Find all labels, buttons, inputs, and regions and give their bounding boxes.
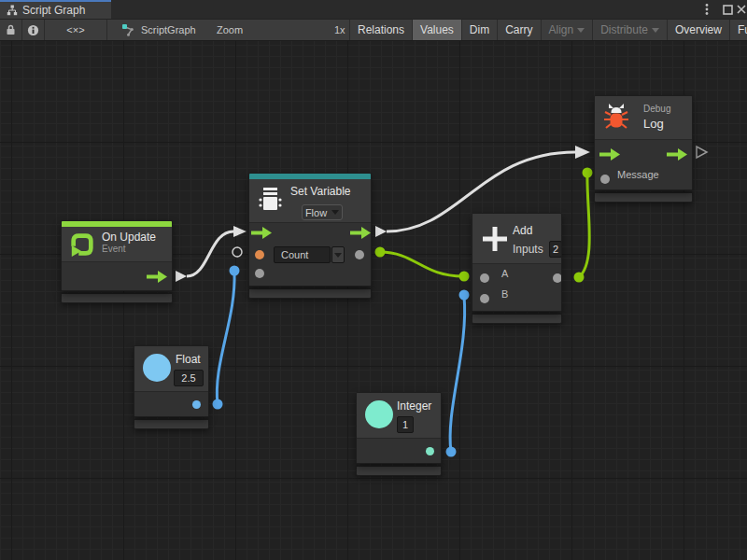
node-footer[interactable]: [472, 314, 562, 324]
flow-input-port[interactable]: [251, 227, 272, 239]
flow-output-port[interactable]: [350, 227, 371, 239]
input-a-label: A: [501, 268, 508, 279]
overview-button[interactable]: Overview: [667, 20, 729, 40]
node-add[interactable]: Add Inputs 2 A B: [472, 213, 562, 324]
align-dropdown-button[interactable]: Align: [541, 20, 593, 40]
flow-input-port[interactable]: [599, 148, 620, 161]
tab-script-graph[interactable]: Script Graph: [0, 0, 111, 19]
zoom-value: 1x: [334, 20, 345, 40]
zoom-label: Zoom: [217, 20, 243, 40]
on-update-loop-icon: [69, 231, 95, 258]
value-endpoint: [574, 273, 585, 283]
node-title: Float: [176, 353, 201, 366]
node-footer[interactable]: [61, 293, 173, 303]
carry-button[interactable]: Carry: [497, 20, 540, 40]
window-maximize-button[interactable]: [719, 0, 736, 19]
chevron-down-icon: [577, 28, 585, 33]
value-endpoint: [375, 247, 386, 258]
variable-dropdown-button[interactable]: [331, 246, 345, 263]
window-tab-bar: Script Graph: [0, 0, 747, 19]
flow-source-arrow: [176, 271, 187, 282]
node-title: On Update: [102, 231, 156, 244]
distribute-dropdown-button[interactable]: Distribute: [592, 20, 667, 40]
code-preview-label: <×>: [66, 24, 84, 35]
graph-asset-name[interactable]: ScriptGraph: [141, 20, 196, 40]
node-footer[interactable]: [356, 466, 442, 476]
window-close-button[interactable]: [735, 0, 747, 19]
flow-source-arrow: [375, 226, 387, 237]
graph-toolbar: <×> ScriptGraph Zoom 1x Relations Values…: [0, 19, 747, 41]
integer-output-port[interactable]: [426, 447, 434, 455]
node-footer[interactable]: [248, 288, 372, 299]
value-endpoint: [230, 266, 240, 276]
input-b-port[interactable]: [480, 294, 489, 303]
unconnected-port-circle[interactable]: [233, 247, 242, 257]
value-endpoint: [446, 447, 457, 457]
maximize-icon: [723, 5, 733, 15]
value-endpoint: [459, 272, 470, 282]
node-title: Add: [513, 224, 532, 237]
unconnected-flow-triangle[interactable]: [697, 147, 707, 158]
node-set-variable[interactable]: Set Variable Flow Count: [248, 173, 372, 299]
close-icon: [737, 5, 746, 14]
node-integer[interactable]: Integer 1: [356, 392, 442, 476]
kebab-menu-icon: [705, 3, 709, 16]
variable-name-port[interactable]: [255, 250, 264, 259]
value-input-port[interactable]: [255, 269, 264, 278]
float-output-port[interactable]: [192, 400, 201, 409]
flow-output-port[interactable]: [667, 148, 687, 161]
window-menu-button[interactable]: [699, 0, 714, 19]
message-input-port[interactable]: [600, 175, 610, 184]
graph-hierarchy-icon: [7, 5, 18, 16]
node-category: Debug: [643, 104, 670, 114]
values-button[interactable]: Values: [412, 20, 461, 40]
node-float[interactable]: Float 2.5: [134, 345, 209, 429]
message-label: Message: [617, 169, 659, 180]
full-screen-button[interactable]: Full Screen: [729, 20, 747, 40]
float-type-icon: [143, 354, 171, 382]
info-button[interactable]: [22, 20, 45, 40]
integer-type-icon: [365, 400, 393, 428]
add-plus-icon: [481, 225, 509, 253]
node-title: Log: [643, 117, 664, 131]
dim-button[interactable]: Dim: [461, 20, 497, 40]
info-icon: [27, 24, 39, 36]
debug-bug-icon: [602, 100, 630, 135]
value-endpoint: [583, 168, 593, 178]
script-graph-asset-icon: [121, 23, 135, 37]
variable-name-dropdown[interactable]: Count: [274, 246, 331, 263]
input-a-port[interactable]: [480, 273, 489, 283]
node-on-update[interactable]: On Update Event: [61, 220, 173, 303]
value-endpoint: [213, 399, 223, 410]
code-preview-button[interactable]: <×>: [45, 20, 107, 40]
node-debug-log[interactable]: Debug Log Message: [594, 95, 693, 203]
connection-value-float-setvariable[interactable]: [217, 272, 234, 404]
value-output-port[interactable]: [355, 250, 364, 259]
node-subtitle: Event: [102, 244, 156, 254]
view-mode-buttons: Relations Values Dim Carry Align Distrib…: [349, 20, 747, 40]
chevron-down-icon: [652, 28, 659, 33]
node-footer[interactable]: [134, 419, 209, 429]
chevron-down-icon: [334, 253, 342, 258]
connection-flow-onupdate-setvariable[interactable]: [187, 231, 233, 276]
sum-output-port[interactable]: [553, 273, 562, 283]
node-footer[interactable]: [594, 192, 693, 203]
relations-button[interactable]: Relations: [349, 20, 412, 40]
connection-value-setvariable-add-a[interactable]: [380, 252, 463, 276]
float-value-field[interactable]: 2.5: [174, 370, 204, 386]
input-b-label: B: [501, 288, 508, 300]
lock-button[interactable]: [0, 20, 22, 40]
flow-dest-arrow: [233, 226, 247, 237]
tab-title: Script Graph: [22, 4, 85, 17]
connection-value-add-debuglog[interactable]: [579, 174, 589, 277]
flow-output-port[interactable]: [147, 271, 167, 283]
variable-kind-dropdown[interactable]: Flow: [302, 204, 343, 220]
inputs-label: Inputs: [513, 243, 543, 256]
node-title: Integer: [397, 399, 431, 413]
set-variable-icon: [257, 186, 285, 214]
inputs-count-field[interactable]: 2: [549, 241, 562, 258]
flow-dest-arrow: [575, 146, 590, 159]
chevron-down-icon: [331, 210, 339, 215]
integer-value-field[interactable]: 1: [397, 416, 414, 433]
connection-value-integer-add-b[interactable]: [450, 296, 465, 452]
